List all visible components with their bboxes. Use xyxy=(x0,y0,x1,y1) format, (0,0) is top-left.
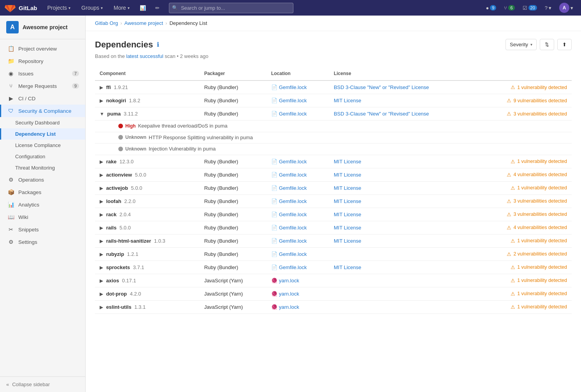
nav-more[interactable]: More ▾ xyxy=(110,0,133,16)
expand-button[interactable]: ▶ xyxy=(100,212,103,217)
sidebar-item-project-overview[interactable]: 📋 Project overview xyxy=(0,42,85,55)
nav-issues[interactable]: ● 9 xyxy=(483,0,499,16)
info-icon[interactable]: ℹ xyxy=(157,41,159,48)
sidebar-item-label: Operations xyxy=(18,177,44,183)
dep-name: puma xyxy=(107,111,121,117)
sidebar-item-cicd[interactable]: ▶ CI / CD xyxy=(0,92,85,105)
expand-button[interactable]: ▶ xyxy=(100,98,103,103)
license-link[interactable]: MIT License xyxy=(334,159,362,164)
license-link[interactable]: MIT License xyxy=(334,264,362,270)
location-link[interactable]: 📄 Gemfile.lock xyxy=(271,212,325,217)
projects-chevron-icon: ▾ xyxy=(68,6,70,10)
sidebar-item-packages[interactable]: 📦 Packages xyxy=(0,186,85,198)
sidebar-item-snippets[interactable]: ✂ Snippets xyxy=(0,223,85,236)
file-icon: 📄 xyxy=(271,212,277,217)
license-link[interactable]: BSD 3-Clause "New" or "Revised" License xyxy=(334,111,429,117)
sidebar-item-security-compliance[interactable]: 🛡 Security & Compliance xyxy=(0,105,85,117)
sidebar-item-operations[interactable]: ⚙ Operations xyxy=(0,173,85,186)
nav-merge-requests[interactable]: ⑂ 6 xyxy=(501,0,518,16)
location-link[interactable]: 📄 Gemfile.lock xyxy=(271,172,325,178)
sidebar-item-wiki[interactable]: 📖 Wiki xyxy=(0,211,85,223)
license-link[interactable]: MIT License xyxy=(334,98,362,103)
nav-groups[interactable]: Groups ▾ xyxy=(77,0,107,16)
cell-component: ▶ sprockets 3.7.1 xyxy=(95,261,200,274)
table-row: ▶ actionview 5.0.0 Ruby (Bundler) 📄 Gemf… xyxy=(95,168,572,181)
license-link[interactable]: MIT License xyxy=(334,185,362,191)
cell-packager: Ruby (Bundler) xyxy=(200,94,267,107)
location-link[interactable]: 📄 Gemfile.lock xyxy=(271,159,325,164)
nav-edit[interactable]: ✏ xyxy=(152,0,163,16)
expand-button[interactable]: ▶ xyxy=(100,291,103,297)
vuln-badge: ⚠1 vulnerability detected xyxy=(479,185,567,191)
license-link[interactable]: BSD 3-Clause "New" or "Revised" License xyxy=(334,84,429,90)
breadcrumb-awesome-project[interactable]: Awesome project xyxy=(125,20,163,26)
sidebar-sub-configuration[interactable]: Configuration xyxy=(0,151,85,162)
dep-version: 1.0.3 xyxy=(154,238,165,244)
sidebar-sub-dependency-list[interactable]: Dependency List xyxy=(0,128,85,140)
sidebar-item-repository[interactable]: 📁 Repository xyxy=(0,55,85,67)
sidebar-item-issues[interactable]: ◉ Issues 7 xyxy=(0,67,85,80)
sort-button[interactable]: ⇅ xyxy=(540,39,554,50)
location-link[interactable]: 🧶 yarn.lock xyxy=(271,291,325,297)
severity-cell: Unknown HTTP Response Splitting vulnerab… xyxy=(95,132,475,144)
project-header[interactable]: A Awesome project xyxy=(0,16,85,39)
severity-filter-button[interactable]: Severity ▾ xyxy=(506,39,537,50)
breadcrumb-sep-2: › xyxy=(165,20,167,26)
gitlab-logo[interactable]: GitLab xyxy=(5,2,37,13)
sidebar-sub-security-dashboard[interactable]: Security Dashboard xyxy=(0,117,85,128)
sidebar-item-analytics[interactable]: 📊 Analytics xyxy=(0,198,85,211)
location-link[interactable]: 📄 Gemfile.lock xyxy=(271,111,325,117)
location-link[interactable]: 📄 Gemfile.lock xyxy=(271,251,325,257)
location-link[interactable]: 📄 Gemfile.lock xyxy=(271,264,325,270)
license-link[interactable]: MIT License xyxy=(334,198,362,204)
location-link[interactable]: 📄 Gemfile.lock xyxy=(271,84,325,90)
location-link[interactable]: 🧶 yarn.lock xyxy=(271,304,325,310)
table-row: ▶ axios 0.17.1 JavaScript (Yarn) 🧶 yarn.… xyxy=(95,274,572,287)
expand-button[interactable]: ▼ xyxy=(100,111,104,117)
location-link[interactable]: 📄 Gemfile.lock xyxy=(271,198,325,204)
cell-location: 📄 Gemfile.lock xyxy=(267,208,329,221)
expand-button[interactable]: ▶ xyxy=(100,225,103,231)
cell-location: 📄 Gemfile.lock xyxy=(267,107,329,121)
collapse-sidebar-button[interactable]: « Collapse sidebar xyxy=(0,376,85,392)
location-link[interactable]: 📄 Gemfile.lock xyxy=(271,225,325,231)
sidebar-sub-threat-monitoring[interactable]: Threat Monitoring xyxy=(0,162,85,173)
sidebar-item-settings[interactable]: ⚙ Settings xyxy=(0,236,85,248)
expand-button[interactable]: ▶ xyxy=(100,159,103,164)
sidebar-item-merge-requests[interactable]: ⑂ Merge Requests 9 xyxy=(0,80,85,92)
license-link[interactable]: MIT License xyxy=(334,225,362,231)
location-link[interactable]: 📄 Gemfile.lock xyxy=(271,238,325,244)
cell-component: ▶ ffi 1.9.21 xyxy=(95,80,200,94)
export-button[interactable]: ⬆ xyxy=(557,39,572,50)
expand-button[interactable]: ▶ xyxy=(100,304,103,310)
scan-link[interactable]: latest successful xyxy=(126,53,163,59)
license-link[interactable]: MIT License xyxy=(334,212,362,217)
location-link[interactable]: 📄 Gemfile.lock xyxy=(271,98,325,103)
location-link[interactable]: 📄 Gemfile.lock xyxy=(271,185,325,191)
expand-button[interactable]: ▶ xyxy=(100,199,103,204)
expand-button[interactable]: ▶ xyxy=(100,186,103,191)
vuln-badge: ⚠3 vulnerabilities detected xyxy=(479,198,567,204)
sidebar-sub-license-compliance[interactable]: License Compliance xyxy=(0,140,85,151)
expand-button[interactable]: ▶ xyxy=(100,172,103,178)
license-link[interactable]: MIT License xyxy=(334,238,362,244)
nav-activity[interactable]: 📊 xyxy=(137,0,149,16)
cell-license: MIT License xyxy=(329,155,475,168)
expand-button[interactable]: ▶ xyxy=(100,252,103,257)
nav-avatar[interactable]: A ▾ xyxy=(556,0,576,16)
expand-button[interactable]: ▶ xyxy=(100,85,103,90)
sidebar-item-label: Analytics xyxy=(18,202,39,208)
dep-version: 3.7.1 xyxy=(133,264,144,270)
license-link[interactable]: MIT License xyxy=(334,172,362,178)
expand-button[interactable]: ▶ xyxy=(100,238,103,244)
expand-button[interactable]: ▶ xyxy=(100,278,103,284)
sidebar-item-label: Settings xyxy=(18,239,37,245)
breadcrumb-gitlab-org[interactable]: Gitlab Org xyxy=(95,20,118,26)
expand-button[interactable]: ▶ xyxy=(100,265,103,270)
nav-projects[interactable]: Projects ▾ xyxy=(44,0,75,16)
cell-license: MIT License xyxy=(329,181,475,194)
search-input[interactable] xyxy=(169,3,293,13)
location-link[interactable]: 🧶 yarn.lock xyxy=(271,278,325,284)
nav-todos[interactable]: ☑ 20 xyxy=(520,0,540,16)
nav-help[interactable]: ? ▾ xyxy=(542,0,555,16)
